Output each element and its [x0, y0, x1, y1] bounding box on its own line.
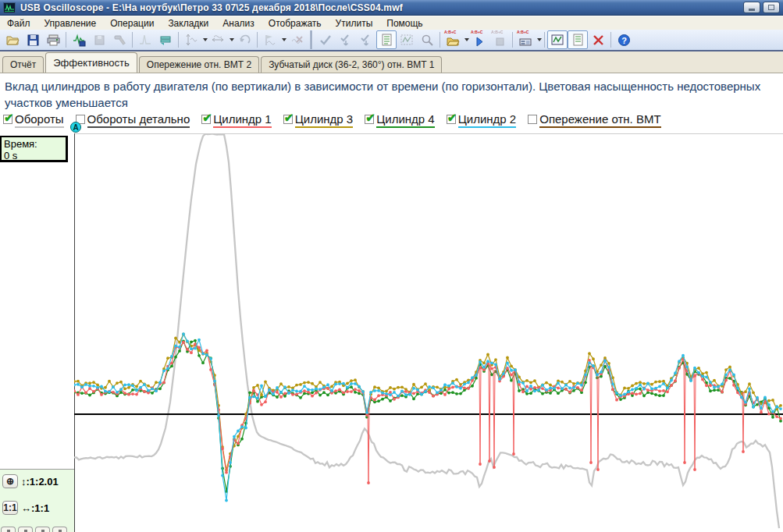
report-view-button[interactable]	[568, 30, 588, 49]
tab-зубчатый-диск-36-2-360-отн-вмт-1[interactable]: Зубчатый диск (36-2, 360°) отн. ВМТ 1	[261, 56, 442, 73]
delete-marker-button[interactable]	[287, 30, 307, 49]
toolbar-separator	[132, 32, 133, 48]
app-window: USB Oscilloscope - E:\На ноутбук\Петро 3…	[0, 0, 783, 532]
legend-item[interactable]: ✔Цилиндр 3	[283, 112, 354, 128]
menu-item-закладки[interactable]: Закладки	[161, 17, 215, 30]
menu-item-отображать[interactable]: Отображать	[262, 17, 329, 30]
mini-tab[interactable]	[35, 527, 50, 532]
export-waveform-button[interactable]	[89, 30, 109, 49]
edit-waveform-button[interactable]	[109, 30, 130, 49]
table-view-button[interactable]	[155, 30, 176, 49]
check-icon	[319, 34, 333, 47]
legend-item[interactable]: ✔Цилиндр 2	[447, 112, 517, 128]
misfire-spike	[684, 364, 685, 463]
legend-checkbox[interactable]: ✔	[201, 115, 211, 124]
apply-all-next-button[interactable]	[356, 30, 376, 49]
legend-checkbox[interactable]	[528, 115, 537, 124]
misfire-spike	[513, 371, 514, 454]
cursor-marker-a[interactable]: A	[70, 122, 81, 133]
add-marker-button[interactable]	[260, 30, 280, 49]
legend-label: Цилиндр 2	[458, 112, 517, 128]
legend-checkbox[interactable]: ✔	[447, 115, 456, 124]
toolbar-separator	[257, 32, 258, 48]
cylinder-dots	[74, 333, 782, 472]
legend-item[interactable]: ✔Обороты	[3, 112, 64, 128]
apply-all-down-button[interactable]	[336, 30, 356, 49]
script-stop-button[interactable]: A:B+C	[489, 30, 510, 49]
checkmark-icon: ✔	[447, 111, 457, 125]
open-file-button[interactable]	[2, 30, 23, 49]
legend-item[interactable]: Опережение отн. ВМТ	[528, 112, 660, 128]
horizontal-zoom-reset-button[interactable]: 1:1	[2, 501, 18, 515]
menu-item-помощь[interactable]: Помощь	[379, 17, 429, 30]
check-all-icon	[360, 34, 373, 47]
svg-text:?: ?	[621, 35, 627, 44]
menu-item-файл[interactable]: Файл	[0, 17, 37, 30]
save-file-button[interactable]	[23, 30, 43, 49]
tab-отч-т[interactable]: Отчёт	[2, 56, 44, 73]
cylinder-dots	[74, 341, 782, 474]
vertical-zoom-button[interactable]	[181, 30, 201, 49]
zoom-panel: ⊕ ↕:1:2.01 1:1 ↔:1:1	[0, 469, 74, 532]
legend-item[interactable]: ✔Цилиндр 4	[365, 112, 435, 128]
notes-button[interactable]	[376, 30, 397, 49]
cylinder-curve	[74, 334, 781, 500]
chart-canvas[interactable]	[74, 133, 783, 532]
notes-icon	[380, 34, 393, 47]
legend-item[interactable]: ✔Цилиндр 1	[201, 112, 272, 128]
mini-tab[interactable]	[52, 527, 67, 532]
horizontal-zoom-button[interactable]	[208, 30, 228, 49]
tab-strip: ОтчётЭффективностьОпережение отн. ВМТ 2З…	[0, 51, 783, 73]
impulse-analysis-button[interactable]	[135, 30, 155, 49]
menu-item-анализ[interactable]: Анализ	[215, 17, 262, 30]
apply-check-button[interactable]	[315, 30, 336, 49]
cylinder-dots	[74, 332, 782, 502]
select-fragment-button[interactable]	[397, 30, 417, 49]
save-waveform-button[interactable]	[69, 30, 89, 49]
menu-bar: ФайлУправлениеОперацииЗакладкиАнализОтоб…	[0, 16, 783, 30]
toolbar-separator	[310, 30, 312, 49]
script-panel-button[interactable]: A:B+C	[515, 30, 536, 49]
legend-checkbox[interactable]: ✔	[283, 115, 293, 124]
vertical-zoom-reset-button[interactable]: ⊕	[2, 474, 18, 488]
legend-checkbox[interactable]: ✔	[3, 115, 12, 124]
cylinder-curve	[74, 342, 781, 473]
print-button[interactable]	[43, 30, 63, 49]
help-icon: ?	[618, 34, 631, 47]
wave-disk-icon	[73, 34, 86, 47]
menu-item-управление[interactable]: Управление	[37, 17, 104, 30]
menu-item-утилиты[interactable]: Утилиты	[329, 17, 380, 30]
legend-label: Опережение отн. ВМТ	[539, 112, 660, 128]
misfire-spike	[493, 370, 495, 467]
legend-row: ✔ОборотыОбороты детально✔Цилиндр 1✔Цилин…	[3, 112, 661, 128]
script-run-button[interactable]: A:B+C	[469, 30, 489, 49]
bottom-mini-tabs[interactable]	[1, 527, 67, 532]
rpm-curve	[74, 133, 779, 528]
title-bar[interactable]: USB Oscilloscope - E:\На ноутбук\Петро 3…	[0, 0, 783, 16]
vertical-scale-label: ↕:1:2.01	[21, 476, 59, 488]
tab-опережение-отн-вмт-2[interactable]: Опережение отн. ВМТ 2	[139, 56, 259, 73]
search-button[interactable]	[417, 30, 437, 49]
legend-item[interactable]: Обороты детально	[76, 112, 190, 128]
menu-item-операции[interactable]: Операции	[103, 17, 161, 30]
legend-checkbox[interactable]: ✔	[365, 115, 374, 124]
checkmark-icon: ✔	[284, 111, 294, 125]
undo-zoom-button[interactable]	[234, 30, 254, 49]
toolbar-separator	[66, 32, 66, 48]
delete-chart-button[interactable]	[588, 30, 608, 49]
minimize-icon	[749, 9, 755, 11]
chart-view-button[interactable]	[547, 30, 568, 49]
help-button[interactable]: ?	[614, 30, 634, 49]
tab-эффективность[interactable]: Эффективность	[45, 52, 137, 73]
mini-tab[interactable]	[18, 527, 33, 532]
restore-button[interactable]	[763, 2, 780, 13]
window-title: USB Oscilloscope - E:\На ноутбук\Петро 3…	[20, 2, 403, 13]
report-view-icon	[571, 34, 585, 47]
toolbar-separator	[544, 32, 545, 48]
mini-tab[interactable]	[1, 527, 16, 532]
script-open-button[interactable]: A:B+C	[443, 30, 463, 49]
minimize-button[interactable]	[743, 2, 760, 13]
dropdown-caret-icon[interactable]	[537, 38, 542, 41]
time-tooltip: Время: 0 s	[0, 136, 68, 162]
misfire-spike	[694, 373, 696, 470]
